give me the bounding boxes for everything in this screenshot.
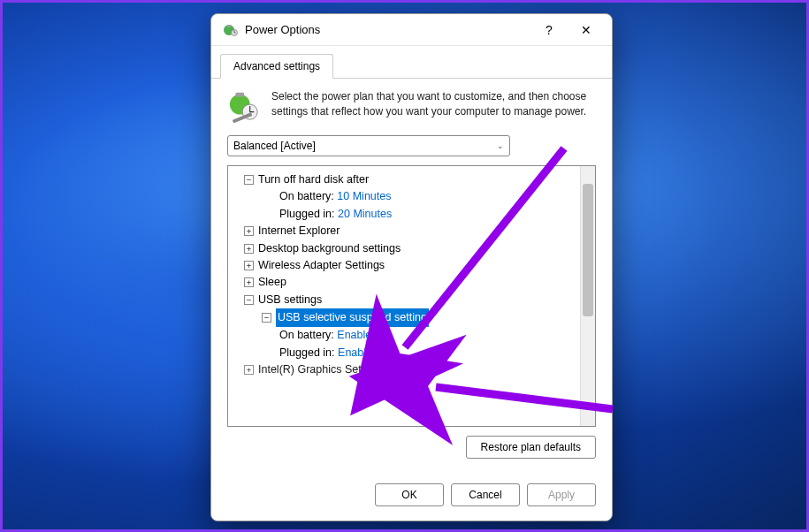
restore-plan-defaults-button[interactable]: Restore plan defaults [466, 436, 596, 459]
expand-icon[interactable]: + [244, 244, 254, 254]
expand-icon[interactable]: + [244, 365, 254, 375]
tab-strip: Advanced settings [211, 46, 612, 79]
tree-item-usb-selective-suspend[interactable]: − USB selective suspend setting [232, 308, 576, 327]
tree-item-usb-on-battery[interactable]: On battery: Enabled [232, 327, 576, 344]
hard-disk-plugged-in-value[interactable]: 20 Minutes [338, 206, 392, 223]
tree-item-intel-graphics[interactable]: + Intel(R) Graphics Settings [232, 361, 576, 378]
intro-row: Select the power plan that you want to c… [227, 89, 596, 123]
settings-tree[interactable]: − Turn off hard disk after On battery: 1… [228, 166, 580, 426]
tree-item-wireless-adapter[interactable]: + Wireless Adapter Settings [232, 257, 576, 274]
intro-text: Select the power plan that you want to c… [271, 89, 596, 123]
tree-item-internet-explorer[interactable]: + Internet Explorer [232, 223, 576, 239]
tab-advanced-settings[interactable]: Advanced settings [220, 54, 333, 79]
scroll-thumb[interactable] [583, 184, 593, 316]
collapse-icon[interactable]: − [244, 295, 254, 305]
dialog-footer: OK Cancel Apply [211, 475, 612, 521]
svg-rect-4 [236, 93, 245, 97]
ok-button[interactable]: OK [375, 483, 444, 506]
tab-content: Select the power plan that you want to c… [211, 79, 612, 475]
usb-on-battery-value[interactable]: Enabled [337, 327, 378, 344]
power-options-dialog: Power Options ? ✕ Advanced settings Sele… [210, 13, 613, 521]
titlebar: Power Options ? ✕ [211, 14, 612, 46]
plan-select-value: Balanced [Active] [233, 140, 316, 152]
tree-item-usb-plugged-in[interactable]: Plugged in: Enabled [232, 345, 576, 361]
power-plan-icon [227, 89, 261, 123]
apply-button[interactable]: Apply [527, 483, 596, 506]
collapse-icon[interactable]: − [262, 313, 271, 323]
tree-item-usb-settings[interactable]: − USB settings [232, 292, 576, 308]
tree-item-sleep[interactable]: + Sleep [232, 274, 576, 291]
selected-tree-label: USB selective suspend setting [276, 308, 429, 327]
tree-scrollbar[interactable] [580, 166, 595, 426]
expand-icon[interactable]: + [244, 261, 254, 270]
tree-item-hard-disk[interactable]: − Turn off hard disk after [232, 171, 576, 188]
tree-item-hard-disk-battery[interactable]: On battery: 10 Minutes [232, 188, 576, 205]
usb-plugged-in-value[interactable]: Enabled [338, 345, 378, 361]
power-plan-dropdown[interactable]: Balanced [Active] ⌄ [227, 135, 510, 156]
power-options-icon [222, 22, 238, 38]
close-button[interactable]: ✕ [568, 17, 605, 43]
expand-icon[interactable]: + [244, 277, 254, 287]
tree-item-desktop-background[interactable]: + Desktop background settings [232, 240, 576, 257]
help-button[interactable]: ? [530, 17, 568, 43]
expand-icon[interactable]: + [244, 226, 254, 236]
restore-row: Restore plan defaults [227, 427, 596, 464]
cancel-button[interactable]: Cancel [451, 483, 520, 506]
window-title: Power Options [245, 23, 530, 36]
hard-disk-on-battery-value[interactable]: 10 Minutes [337, 188, 391, 205]
svg-rect-1 [227, 25, 231, 27]
collapse-icon[interactable]: − [244, 175, 254, 185]
settings-tree-box: − Turn off hard disk after On battery: 1… [227, 165, 596, 427]
tree-item-hard-disk-plugged[interactable]: Plugged in: 20 Minutes [232, 206, 576, 223]
chevron-down-icon: ⌄ [497, 141, 504, 150]
